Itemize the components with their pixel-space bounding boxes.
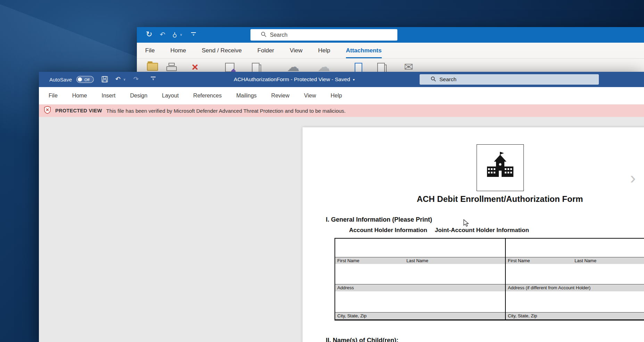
quick-print-icon[interactable] — [166, 63, 177, 72]
screen: ↻ ↶ ∨ ∨ Search File — [0, 0, 644, 342]
outlook-ribbon-tabs: File Home Send / Receive Folder View Hel… — [137, 43, 644, 58]
autosave-label: AutoSave — [49, 77, 72, 83]
form-logo-box — [477, 144, 524, 191]
word-tab-insert[interactable]: Insert — [101, 93, 115, 99]
autosave-state: Off — [84, 78, 89, 82]
word-tab-design[interactable]: Design — [130, 93, 147, 99]
document-canvas: ACH Debit Enrollment/Authorization Form … — [39, 117, 644, 342]
upload-cloud-disabled-icon: ☁ — [317, 61, 330, 73]
word-tab-references[interactable]: References — [193, 93, 222, 99]
table-row-address-labels: Address Address (if different from Accou… — [335, 284, 644, 291]
table-row-city-labels: City, State, Zip City, State, Zip — [335, 312, 644, 319]
general-information-table: First Name Last Name First Name Last Nam… — [335, 238, 644, 320]
open-attachment-icon[interactable] — [147, 63, 158, 71]
form-title: ACH Debit Enrollment/Authorization Form — [403, 194, 597, 204]
printer-top — [168, 63, 175, 66]
save-all-attachments-icon[interactable] — [252, 63, 259, 72]
section2-heading: II. Name(s) of Child(ren): — [326, 337, 398, 342]
send-receive-icon[interactable]: ↻ — [146, 31, 152, 38]
undo-icon[interactable]: ↶ — [160, 31, 165, 38]
copy-icon[interactable] — [377, 63, 385, 72]
protected-view-banner: PROTECTED VIEW This file has been verifi… — [39, 104, 644, 117]
document-page[interactable]: ACH Debit Enrollment/Authorization Form … — [303, 127, 644, 342]
outlook-tab-file[interactable]: File — [145, 43, 155, 58]
remove-attachment-icon[interactable]: × — [192, 61, 198, 72]
table-row-name-labels: First Name Last Name First Name Last Nam… — [335, 257, 644, 264]
joint-account-holder-heading: Joint-Account Holder Information — [435, 227, 529, 234]
word-window: AutoSave Off ↶ ∨ ↷ ∨ ACHAuthorizationFor — [39, 72, 644, 342]
search-icon — [261, 32, 266, 39]
word-search-placeholder: Search — [439, 76, 456, 83]
touch-mode-dropdown-icon[interactable]: ∨ — [180, 33, 182, 36]
outlook-search-placeholder: Search — [270, 32, 288, 38]
undo-icon[interactable]: ↶ — [115, 76, 121, 82]
save-icon[interactable] — [101, 76, 108, 84]
upload-cloud-icon[interactable]: ☁ — [287, 61, 299, 73]
label-left-city: City, State, Zip — [337, 313, 366, 318]
label-left-last-name: Last Name — [406, 258, 428, 263]
word-tab-home[interactable]: Home — [72, 93, 87, 99]
outlook-tab-help[interactable]: Help — [318, 43, 330, 58]
word-tab-mailings[interactable]: Mailings — [236, 93, 257, 99]
column-headings: Account Holder Information Joint-Account… — [349, 227, 529, 234]
word-tab-help[interactable]: Help — [331, 93, 342, 99]
table-row-city-input[interactable] — [335, 291, 644, 312]
label-right-first-name: First Name — [508, 258, 530, 263]
shield-warning-icon — [44, 106, 51, 116]
outlook-tab-folder[interactable]: Folder — [257, 43, 274, 58]
outlook-tab-view[interactable]: View — [290, 43, 303, 58]
customize-chevron: ∨ — [191, 33, 196, 36]
select-all-icon[interactable] — [355, 63, 362, 72]
outlook-titlebar: ↻ ↶ ∨ ∨ Search — [137, 27, 644, 43]
title-dropdown-icon[interactable]: ▾ — [353, 78, 355, 82]
word-tab-file[interactable]: File — [49, 93, 58, 99]
table-row-name-input[interactable] — [335, 239, 644, 257]
redo-icon: ↷ — [133, 76, 139, 82]
outlook-tab-home[interactable]: Home — [170, 43, 186, 58]
customize-quick-access-icon[interactable]: ∨ — [151, 77, 156, 81]
protected-view-label: PROTECTED VIEW — [55, 108, 102, 113]
chevron-right-icon[interactable]: › — [630, 170, 636, 186]
outlook-tab-attachments[interactable]: Attachments — [346, 43, 382, 58]
protected-view-message: This file has been verified by Microsoft… — [106, 108, 346, 114]
save-as-icon[interactable] — [225, 63, 234, 72]
printer-body — [166, 66, 177, 71]
word-tab-review[interactable]: Review — [271, 93, 289, 99]
outlook-search-box[interactable]: Search — [250, 29, 397, 41]
table-row-address-input[interactable] — [335, 264, 644, 284]
mouse-cursor — [463, 219, 471, 228]
autosave-toggle[interactable]: Off — [76, 76, 94, 83]
label-left-first-name: First Name — [337, 258, 360, 263]
autosave-toggle-knob — [78, 77, 82, 82]
label-right-address: Address (if different from Account Holde… — [508, 285, 591, 290]
label-left-address: Address — [337, 285, 354, 290]
word-search-box[interactable]: Search — [420, 74, 599, 85]
word-tab-layout[interactable]: Layout — [162, 93, 179, 99]
school-building-icon — [484, 151, 516, 185]
customize-quick-access-icon[interactable]: ∨ — [191, 32, 196, 36]
word-titlebar: AutoSave Off ↶ ∨ ↷ ∨ ACHAuthorizationFor — [39, 72, 644, 87]
touch-mode-icon[interactable] — [172, 32, 178, 39]
table-column-divider — [505, 239, 506, 319]
account-holder-heading: Account Holder Information — [349, 227, 427, 234]
show-message-icon[interactable]: ✉ — [404, 61, 413, 72]
document-title[interactable]: ACHAuthorizationForm - Protected View - … — [220, 76, 369, 83]
word-ribbon-tabs: File Home Insert Design Layout Reference… — [39, 87, 644, 104]
undo-dropdown-icon[interactable]: ∨ — [123, 78, 126, 81]
section1-heading: I. General Information (Please Print) — [326, 216, 432, 223]
document-title-text: ACHAuthorizationForm - Protected View - … — [234, 76, 350, 82]
word-tab-view[interactable]: View — [304, 93, 316, 99]
outlook-tab-send-receive[interactable]: Send / Receive — [202, 43, 242, 58]
label-right-city: City, State, Zip — [508, 313, 537, 318]
customize-chevron: ∨ — [151, 78, 156, 81]
search-icon — [431, 76, 436, 83]
label-right-last-name: Last Name — [575, 258, 596, 263]
